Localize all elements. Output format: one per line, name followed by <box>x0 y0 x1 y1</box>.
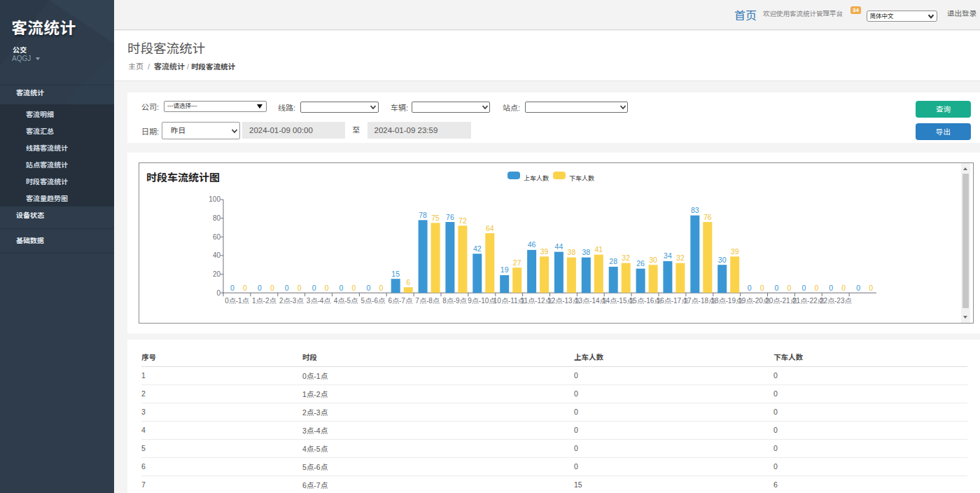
svg-text:22点-23点: 22点-23点 <box>820 297 852 305</box>
svg-text:46: 46 <box>528 240 536 249</box>
svg-text:78: 78 <box>419 211 427 219</box>
svg-text:0: 0 <box>829 284 833 292</box>
svg-text:6: 6 <box>406 278 410 286</box>
svg-text:3点-4点: 3点-4点 <box>307 297 330 305</box>
svg-text:41: 41 <box>594 245 603 254</box>
svg-text:0: 0 <box>230 284 234 292</box>
svg-text:76: 76 <box>704 213 712 221</box>
svg-text:0: 0 <box>339 284 343 292</box>
svg-text:60: 60 <box>213 233 221 241</box>
svg-text:34: 34 <box>664 251 672 260</box>
svg-text:7点-8点: 7点-8点 <box>415 297 439 305</box>
svg-text:20: 20 <box>213 270 221 278</box>
svg-text:38: 38 <box>582 248 590 256</box>
svg-text:4点-5点: 4点-5点 <box>334 297 358 305</box>
svg-text:0: 0 <box>748 284 752 292</box>
svg-text:44: 44 <box>555 242 564 251</box>
svg-text:32: 32 <box>676 254 685 262</box>
svg-text:0: 0 <box>285 284 289 292</box>
svg-text:0: 0 <box>270 284 274 292</box>
svg-text:0: 0 <box>351 284 356 292</box>
svg-text:6点-7点: 6点-7点 <box>388 297 412 305</box>
svg-text:26: 26 <box>636 259 645 268</box>
svg-text:75: 75 <box>431 214 440 222</box>
svg-text:30: 30 <box>649 256 657 264</box>
svg-text:0: 0 <box>802 284 806 292</box>
svg-text:0: 0 <box>814 284 818 292</box>
svg-text:0: 0 <box>216 289 220 297</box>
svg-text:0: 0 <box>869 284 873 292</box>
svg-text:0: 0 <box>787 284 791 292</box>
svg-text:30: 30 <box>718 256 727 264</box>
svg-text:27: 27 <box>513 258 522 267</box>
svg-text:0: 0 <box>366 284 370 292</box>
svg-text:15: 15 <box>391 270 400 278</box>
svg-text:0点-1点: 0点-1点 <box>225 297 248 305</box>
svg-text:80: 80 <box>213 214 221 222</box>
svg-text:100: 100 <box>209 195 220 203</box>
svg-text:38: 38 <box>568 248 576 256</box>
svg-text:0: 0 <box>243 284 247 292</box>
svg-text:39: 39 <box>731 247 739 256</box>
svg-text:0: 0 <box>258 284 262 292</box>
svg-text:0: 0 <box>312 284 316 292</box>
svg-text:19: 19 <box>500 265 509 274</box>
svg-text:5点-6点: 5点-6点 <box>361 297 385 305</box>
svg-text:2点-3点: 2点-3点 <box>279 297 303 305</box>
svg-text:40: 40 <box>213 251 221 259</box>
svg-text:8点-9点: 8点-9点 <box>442 297 466 305</box>
svg-text:9点-10点: 9点-10点 <box>468 297 496 305</box>
svg-text:0: 0 <box>298 284 302 292</box>
svg-text:42: 42 <box>473 244 482 253</box>
svg-text:32: 32 <box>622 254 630 262</box>
svg-text:0: 0 <box>325 284 329 292</box>
svg-text:0: 0 <box>379 284 383 292</box>
svg-text:1点-2点: 1点-2点 <box>252 297 276 305</box>
svg-text:39: 39 <box>540 247 549 256</box>
svg-text:0: 0 <box>760 284 764 292</box>
svg-text:28: 28 <box>609 257 617 265</box>
svg-text:0: 0 <box>774 284 778 292</box>
svg-text:64: 64 <box>486 224 494 232</box>
svg-text:0: 0 <box>856 284 860 292</box>
svg-text:72: 72 <box>458 216 467 225</box>
svg-text:83: 83 <box>691 206 699 214</box>
svg-text:76: 76 <box>446 213 454 221</box>
svg-text:0: 0 <box>841 284 846 292</box>
